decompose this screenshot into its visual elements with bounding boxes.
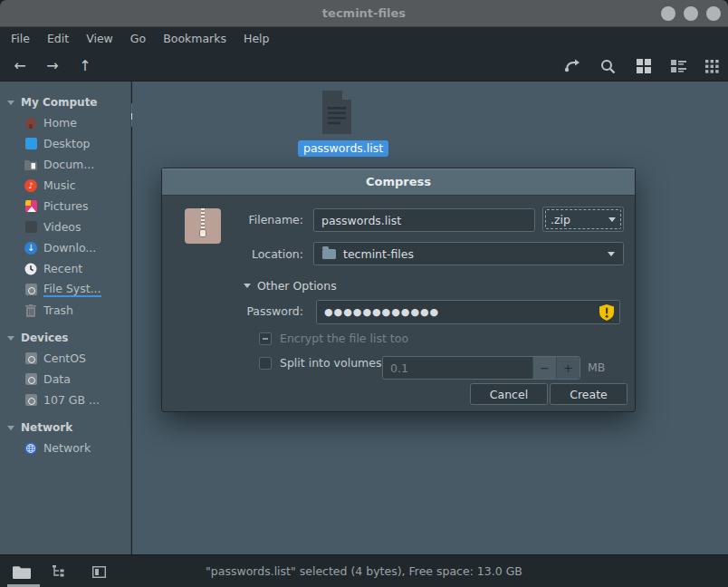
collapse-triangle-icon bbox=[7, 336, 14, 341]
location-label: Location: bbox=[204, 247, 303, 261]
encrypt-checkbox[interactable] bbox=[259, 332, 272, 345]
compact-view-icon bbox=[705, 60, 719, 73]
folder-icon bbox=[322, 249, 336, 259]
menu-help[interactable]: Help bbox=[244, 32, 270, 45]
list-view-icon bbox=[671, 60, 686, 72]
sidebar-item-videos[interactable]: Videos bbox=[0, 217, 130, 237]
recent-icon bbox=[24, 263, 37, 275]
toolbar: ← → ↑ bbox=[0, 50, 728, 82]
grid-view-icon bbox=[637, 59, 651, 73]
filename-input[interactable] bbox=[314, 214, 534, 227]
sidebar-item-home[interactable]: Home bbox=[0, 112, 130, 133]
create-button[interactable]: Create bbox=[550, 383, 627, 405]
trash-icon bbox=[24, 304, 37, 317]
spin-minus-button[interactable]: − bbox=[532, 357, 556, 379]
menu-file[interactable]: File bbox=[11, 32, 30, 45]
sidebar-item-documents[interactable]: Docum... bbox=[0, 154, 130, 175]
split-volumes-row[interactable]: Split into volumes of bbox=[259, 356, 396, 370]
sidebar-item-trash[interactable]: Trash bbox=[0, 300, 130, 321]
location-value: tecmint-files bbox=[343, 247, 600, 261]
other-options-expander[interactable]: Other Options bbox=[244, 279, 337, 293]
window-button-2[interactable] bbox=[684, 6, 698, 21]
sidebar-item-label: CentOS bbox=[43, 351, 86, 365]
statusbar: "passwords.list" selected (4 bytes), Fre… bbox=[0, 554, 728, 587]
chevron-down-icon bbox=[608, 217, 616, 222]
dialog-title: Compress bbox=[366, 175, 431, 188]
forward-button[interactable]: → bbox=[41, 53, 64, 77]
videos-icon bbox=[24, 221, 37, 234]
window-titlebar[interactable]: tecmint-files bbox=[0, 0, 728, 27]
status-text: "passwords.list" selected (4 bytes), Fre… bbox=[0, 564, 728, 578]
warning-shield-icon[interactable] bbox=[599, 304, 614, 321]
extension-dropdown[interactable]: .zip bbox=[542, 207, 624, 232]
up-icon: ↑ bbox=[79, 57, 91, 74]
sidebar-item-data[interactable]: Data bbox=[0, 369, 130, 390]
section-label: My Compute bbox=[21, 96, 98, 109]
sidebar-item-label: Videos bbox=[43, 220, 81, 234]
menu-go[interactable]: Go bbox=[130, 32, 146, 45]
sidebar-item-label: Pictures bbox=[43, 199, 89, 213]
split-checkbox[interactable] bbox=[259, 357, 272, 370]
cancel-button[interactable]: Cancel bbox=[470, 383, 548, 405]
compact-view-button[interactable] bbox=[699, 55, 724, 77]
sidebar-section-my-computer[interactable]: My Compute bbox=[0, 92, 130, 112]
list-view-button[interactable] bbox=[666, 55, 691, 77]
jump-arrow-icon bbox=[564, 59, 582, 73]
window-button-1[interactable] bbox=[661, 6, 675, 21]
sidebar-item-label: Downlo... bbox=[43, 241, 96, 255]
drive-icon bbox=[24, 394, 37, 407]
file-item-passwords-list[interactable]: passwords.list bbox=[298, 91, 375, 157]
sidebar-item-desktop[interactable]: Desktop bbox=[0, 133, 130, 154]
menu-edit[interactable]: Edit bbox=[47, 32, 69, 45]
file-label[interactable]: passwords.list bbox=[298, 140, 388, 157]
split-unit-label: MB bbox=[588, 361, 605, 374]
menu-view[interactable]: View bbox=[86, 32, 113, 45]
network-globe-icon bbox=[24, 442, 37, 455]
window-controls bbox=[661, 0, 721, 27]
sidebar-item-107gb[interactable]: 107 GB ... bbox=[0, 390, 130, 410]
dialog-titlebar[interactable]: Compress bbox=[162, 168, 635, 196]
window-title: tecmint-files bbox=[322, 6, 406, 20]
split-size-input[interactable] bbox=[383, 361, 532, 375]
grid-view-button[interactable] bbox=[631, 55, 656, 77]
sidebar-item-downloads[interactable]: ↓ Downlo... bbox=[0, 237, 130, 258]
expander-triangle-icon bbox=[244, 284, 251, 288]
sidebar-item-file-system[interactable]: File Syst... bbox=[0, 279, 130, 300]
sidebar-item-label: Music bbox=[43, 178, 76, 192]
window-button-3[interactable] bbox=[706, 6, 721, 21]
back-icon: ← bbox=[14, 57, 25, 74]
toggle-location-entry-button[interactable] bbox=[560, 55, 586, 77]
sidebar-section-devices[interactable]: Devices bbox=[0, 328, 130, 348]
sidebar-section-network[interactable]: Network bbox=[0, 418, 130, 438]
sidebar-item-centos[interactable]: CentOS bbox=[0, 348, 130, 369]
sidebar-item-label: Home bbox=[43, 116, 77, 130]
sidebar-item-label: Trash bbox=[43, 303, 73, 317]
pictures-icon bbox=[24, 200, 37, 213]
forward-icon: → bbox=[46, 57, 58, 74]
sidebar-item-label: Docum... bbox=[43, 158, 94, 171]
other-options-label: Other Options bbox=[257, 279, 337, 293]
menu-bookmarks[interactable]: Bookmarks bbox=[163, 32, 226, 45]
file-view[interactable]: passwords.list Compress Filename: .zip L… bbox=[132, 82, 728, 554]
spin-plus-button[interactable]: + bbox=[556, 357, 580, 379]
password-input[interactable] bbox=[317, 306, 599, 318]
drive-icon bbox=[24, 373, 37, 386]
sidebar-item-label: Network bbox=[43, 441, 91, 455]
location-dropdown[interactable]: tecmint-files bbox=[313, 242, 624, 265]
split-label: Split into volumes of bbox=[280, 356, 396, 370]
sidebar-item-network[interactable]: Network bbox=[0, 438, 130, 458]
back-button[interactable]: ← bbox=[8, 53, 32, 77]
sidebar-item-music[interactable]: ♪ Music bbox=[0, 175, 130, 196]
extension-value: .zip bbox=[551, 213, 608, 226]
menubar: File Edit View Go Bookmarks Help bbox=[0, 27, 728, 50]
encrypt-file-list-row[interactable]: Encrypt the file list too bbox=[259, 332, 408, 345]
documents-icon bbox=[24, 159, 37, 171]
sidebar-item-recent[interactable]: Recent bbox=[0, 258, 130, 279]
sidebar-item-pictures[interactable]: Pictures bbox=[0, 196, 130, 217]
home-icon bbox=[24, 117, 37, 130]
drive-icon bbox=[24, 352, 37, 365]
sidebar-item-label: File Syst... bbox=[43, 282, 101, 297]
up-button[interactable]: ↑ bbox=[73, 53, 97, 77]
search-button[interactable] bbox=[595, 55, 620, 77]
filename-label: Filename: bbox=[204, 213, 303, 226]
